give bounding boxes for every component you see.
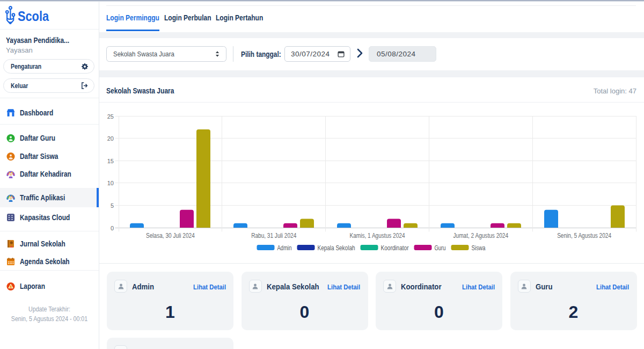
svg-text:Kepala Sekolah: Kepala Sekolah <box>318 244 355 252</box>
svg-text:Admin: Admin <box>277 244 292 252</box>
svg-text:Siswa: Siswa <box>472 244 486 252</box>
svg-text:20: 20 <box>107 135 114 142</box>
svg-text:25: 25 <box>107 113 114 120</box>
svg-text:10: 10 <box>107 180 114 186</box>
svg-text:Jumat, 2 Agustus 2024: Jumat, 2 Agustus 2024 <box>453 232 509 239</box>
svg-text:Kamis, 1 Agustus 2024: Kamis, 1 Agustus 2024 <box>349 232 405 239</box>
svg-text:Selasa, 30 Juli 2024: Selasa, 30 Juli 2024 <box>146 232 195 239</box>
svg-text:15: 15 <box>107 158 114 164</box>
svg-text:Koordinator: Koordinator <box>381 244 409 252</box>
svg-text:Rabu, 31 Juli 2024: Rabu, 31 Juli 2024 <box>251 232 296 239</box>
svg-text:5: 5 <box>111 202 114 209</box>
svg-text:0: 0 <box>111 225 114 231</box>
svg-text:Senin, 5 Agustus 2024: Senin, 5 Agustus 2024 <box>557 232 611 239</box>
svg-text:Guru: Guru <box>435 244 446 252</box>
